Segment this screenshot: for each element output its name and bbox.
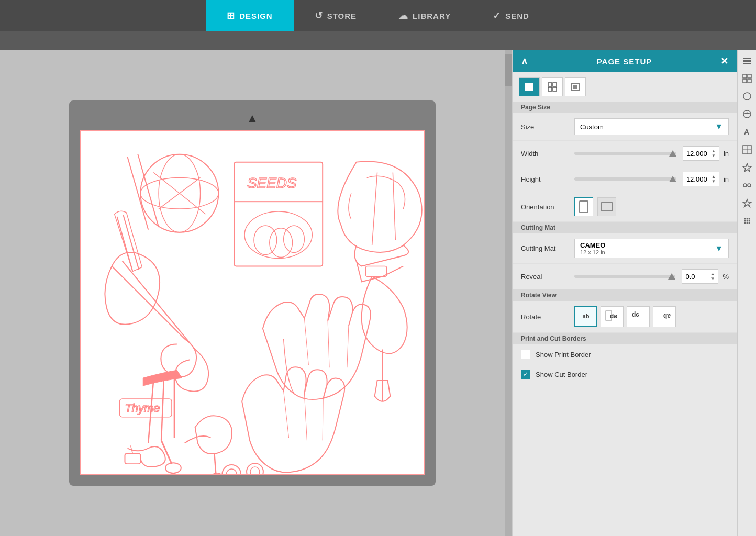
svg-text:ab: ab xyxy=(663,312,671,320)
right-icon-toolbar: A xyxy=(737,50,756,536)
borders-section-label: Print and Cut Borders xyxy=(513,333,737,344)
reveal-unit: % xyxy=(722,273,729,281)
svg-rect-49 xyxy=(748,74,751,78)
orientation-portrait-button[interactable] xyxy=(574,197,593,216)
reveal-spinners[interactable]: ▲ ▼ xyxy=(711,272,715,281)
rotate-flip-v-button[interactable]: qe xyxy=(627,306,650,327)
rotate-buttons: ab ab qe ab xyxy=(574,306,676,327)
show-print-border-checkbox[interactable] xyxy=(521,350,530,359)
svg-rect-50 xyxy=(743,79,747,83)
width-slider-pointer xyxy=(669,150,676,157)
reveal-slider[interactable] xyxy=(574,275,675,278)
rotate-180-icon: ab xyxy=(655,309,674,325)
svg-rect-34 xyxy=(553,83,557,86)
svg-rect-35 xyxy=(548,87,552,91)
rotate-flip-h-button[interactable]: ab xyxy=(601,306,624,327)
size-dropdown-arrow: ▼ xyxy=(715,122,723,131)
svg-point-63 xyxy=(744,218,746,220)
svg-rect-33 xyxy=(548,83,552,86)
toolbar-icon-circle[interactable] xyxy=(739,88,755,105)
height-value: 12.000 xyxy=(686,175,707,183)
nav-design-label: DESIGN xyxy=(239,12,273,20)
rotate-content: ab ab qe ab xyxy=(574,306,729,327)
toolbar-icon-layers[interactable] xyxy=(739,52,755,69)
panel-tab-1[interactable] xyxy=(519,77,540,96)
height-spinners[interactable]: ▲ ▼ xyxy=(711,174,716,184)
svg-rect-47 xyxy=(743,63,751,64)
svg-rect-40 xyxy=(601,203,613,211)
rotate-normal-icon: ab xyxy=(580,312,592,321)
cutting-mat-dropdown[interactable]: CAMEO 12 x 12 in ▼ xyxy=(574,239,729,258)
width-value: 12.000 xyxy=(686,150,707,158)
svg-point-52 xyxy=(743,93,751,100)
orientation-label: Orientation xyxy=(521,203,568,211)
svg-text:ab: ab xyxy=(610,312,617,320)
show-cut-border-checkbox[interactable]: ✓ xyxy=(521,370,530,379)
height-row: Height 12.000 ▲ ▼ in xyxy=(513,166,737,192)
orientation-landscape-button[interactable] xyxy=(597,197,616,216)
svg-rect-11 xyxy=(234,201,323,202)
canvas-container: ▲ xyxy=(69,100,436,486)
svg-line-3 xyxy=(127,157,148,230)
width-spinners[interactable]: ▲ ▼ xyxy=(711,149,716,158)
page-setup-panel: ∧ PAGE SETUP ✕ Page Size Size Custom xyxy=(512,50,737,536)
orientation-content xyxy=(574,197,729,216)
svg-point-59 xyxy=(743,184,747,187)
svg-rect-38 xyxy=(573,85,577,89)
svg-rect-23 xyxy=(125,453,140,464)
panel-collapse-button[interactable]: ∧ xyxy=(521,55,528,67)
nav-library[interactable]: ☁ LIBRARY xyxy=(377,0,472,31)
panel-header: ∧ PAGE SETUP ✕ xyxy=(513,50,737,72)
toolbar-icon-grid[interactable] xyxy=(739,70,755,87)
nav-store-label: STORE xyxy=(327,12,357,20)
panel-close-button[interactable]: ✕ xyxy=(720,55,729,67)
vertical-scrollbar[interactable] xyxy=(505,50,512,536)
toolbar-icon-effects[interactable] xyxy=(739,177,755,194)
svg-point-68 xyxy=(748,220,750,222)
secondary-toolbar xyxy=(0,31,756,50)
svg-point-20 xyxy=(165,463,181,473)
toolbar-icon-favorite[interactable] xyxy=(739,195,755,211)
rotate-flip-h-icon: ab xyxy=(603,309,621,325)
nav-send[interactable]: ✓ SEND xyxy=(472,0,550,31)
show-cut-border-label: Show Cut Border xyxy=(536,371,587,378)
svg-rect-45 xyxy=(743,58,751,59)
portrait-icon xyxy=(579,200,589,213)
svg-marker-58 xyxy=(743,163,751,172)
rotate-flip-v-icon: qe xyxy=(629,309,648,325)
size-content: Custom ▼ xyxy=(574,118,729,135)
store-icon: ↺ xyxy=(315,10,323,21)
design-icon: ⊞ xyxy=(227,10,235,21)
width-slider[interactable] xyxy=(574,152,676,155)
rotate-label: Rotate xyxy=(521,313,568,321)
svg-point-25 xyxy=(222,465,241,474)
width-input[interactable]: 12.000 ▲ ▼ xyxy=(683,146,719,161)
toolbar-icon-star[interactable] xyxy=(739,159,755,176)
svg-point-69 xyxy=(744,222,746,224)
panel-title: PAGE SETUP xyxy=(597,57,652,66)
scrollbar-thumb[interactable] xyxy=(505,54,512,86)
size-dropdown[interactable]: Custom ▼ xyxy=(574,118,729,135)
nav-design[interactable]: ⊞ DESIGN xyxy=(206,0,294,31)
main-content: ▲ xyxy=(0,50,756,536)
show-print-border-row: Show Print Border xyxy=(513,344,737,364)
height-slider[interactable] xyxy=(574,177,676,181)
size-label: Size xyxy=(521,123,568,131)
svg-rect-12 xyxy=(366,266,387,276)
svg-marker-62 xyxy=(743,199,751,207)
nav-store[interactable]: ↺ STORE xyxy=(294,0,377,31)
rotate-normal-button[interactable]: ab xyxy=(574,306,597,327)
toolbar-icon-dots[interactable] xyxy=(739,213,755,229)
design-svg: SEEDS xyxy=(81,131,424,474)
canvas-board: SEEDS xyxy=(80,130,425,475)
svg-rect-51 xyxy=(748,79,751,83)
reveal-input[interactable]: 0.0 ▲ ▼ xyxy=(682,269,718,284)
panel-tab-3[interactable] xyxy=(565,77,586,96)
toolbar-icon-text[interactable]: A xyxy=(739,124,755,140)
toolbar-icon-table[interactable] xyxy=(739,141,755,158)
rotate-180-button[interactable]: ab xyxy=(653,306,676,327)
cutting-mat-name: CAMEO xyxy=(580,241,605,249)
height-input[interactable]: 12.000 ▲ ▼ xyxy=(683,172,719,186)
toolbar-icon-half-circle[interactable] xyxy=(739,106,755,122)
panel-tab-2[interactable] xyxy=(542,77,563,96)
